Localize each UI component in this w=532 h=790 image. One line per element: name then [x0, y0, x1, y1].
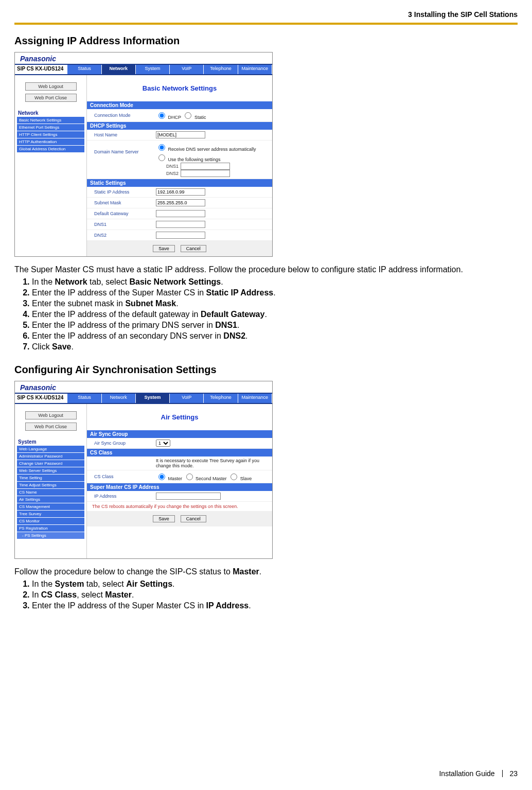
right-panel: Air Settings Air Sync Group Air Sync Gro… [87, 404, 272, 558]
step: In the System tab, select Air Settings. [32, 580, 518, 589]
web-port-close-button[interactable]: Web Port Close [25, 94, 77, 102]
static-row-field[interactable] [156, 232, 205, 239]
tab-voip[interactable]: VoIP [170, 394, 204, 403]
static-row-field[interactable] [156, 199, 205, 206]
sidebar-item[interactable]: Air Settings [17, 496, 84, 503]
tab-status[interactable]: Status [67, 65, 101, 74]
static-row-field[interactable] [156, 221, 205, 228]
section1-intro: The Super Master CS must have a static I… [14, 265, 518, 274]
dns-manual-radio[interactable]: Use the following settings [156, 157, 221, 162]
button-row: Save Cancel [87, 241, 272, 256]
step: Enter the IP address of the Super Master… [32, 288, 518, 297]
sidebar-item[interactable]: Basic Network Settings [17, 117, 84, 124]
step: Enter the IP address of the Super Master… [32, 601, 518, 610]
connection-mode-label: Connection Mode [87, 113, 156, 118]
section2-intro: Follow the procedure below to change the… [14, 567, 518, 576]
section2-title: Configuring Air Synchronisation Settings [14, 364, 518, 376]
slave-radio[interactable]: Slave [228, 476, 252, 481]
dns2-field[interactable] [181, 170, 230, 177]
gold-rule-icon [14, 23, 518, 25]
dhcp-radio[interactable]: DHCP [156, 115, 181, 120]
side-title-system: System [18, 439, 84, 445]
air-sync-group-select[interactable]: 1 [156, 440, 170, 447]
sidebar-item[interactable]: Web Server Settings [17, 467, 84, 474]
cancel-button[interactable]: Cancel [181, 515, 206, 522]
tab-voip[interactable]: VoIP [170, 65, 204, 74]
static-row: DNS1 [87, 219, 272, 230]
static-radio[interactable]: Static [182, 115, 206, 120]
tab-network[interactable]: Network [102, 65, 136, 74]
static-row-label: Default Gateway [87, 211, 156, 216]
static-row-label: Static IP Address [87, 189, 156, 195]
tab-maintenance[interactable]: Maintenance [238, 394, 272, 403]
section-connection-mode: Connection Mode [87, 101, 272, 109]
footer-doc: Installation Guide [439, 769, 494, 778]
host-name-field[interactable] [156, 131, 205, 138]
step: Click Save. [32, 342, 518, 352]
row-air-sync-group: Air Sync Group 1 [87, 438, 272, 449]
tab-maintenance[interactable]: Maintenance [238, 65, 272, 74]
static-row-label: DNS1 [87, 222, 156, 227]
tab-telephone[interactable]: Telephone [204, 394, 238, 403]
second-master-radio[interactable]: Second Master [184, 476, 227, 481]
model-label: SIP CS KX-UDS124 [15, 394, 67, 403]
model-label: SIP CS KX-UDS124 [15, 65, 67, 74]
dns-auto-radio[interactable]: Receive DNS server address automatically [156, 147, 256, 152]
footer-page: 23 [509, 769, 518, 778]
tab-telephone[interactable]: Telephone [204, 65, 238, 74]
save-button[interactable]: Save [153, 515, 175, 522]
sidebar-item[interactable]: Global Address Detection [17, 146, 84, 152]
dns1-field[interactable] [181, 163, 230, 170]
section2-body: Follow the procedure below to change the… [14, 567, 518, 610]
sidebar-item[interactable]: PS Registration [17, 525, 84, 532]
ip-address-field[interactable] [156, 493, 221, 500]
screenshot-air-settings: Panasonic SIP CS KX-UDS124 StatusNetwork… [14, 381, 273, 559]
sidebar-subitem[interactable]: - PS Settings [17, 532, 84, 539]
sidebar-item[interactable]: CS Monitor [17, 518, 84, 524]
side-title-network: Network [18, 110, 84, 116]
section2-steps: In the System tab, select Air Settings.I… [22, 580, 518, 610]
dns1-label: DNS1 [166, 164, 179, 169]
panel-title: Air Settings [87, 404, 272, 430]
static-row-field[interactable] [156, 188, 205, 196]
sidebar-item[interactable]: HTTP Client Settings [17, 131, 84, 138]
section-dhcp-settings: DHCP Settings [87, 122, 272, 130]
static-row-field[interactable] [156, 210, 205, 217]
static-row: Subnet Mask [87, 198, 272, 208]
tab-network[interactable]: Network [102, 394, 136, 403]
sidebar-item[interactable]: CS Management [17, 503, 84, 510]
step: Enter the IP address of the primary DNS … [32, 321, 518, 330]
save-button[interactable]: Save [153, 245, 175, 252]
left-column: Web Logout Web Port Close Network Basic … [15, 75, 87, 256]
sidebar-item[interactable]: Time Setting [17, 475, 84, 481]
sidebar-item[interactable]: Ethernet Port Settings [17, 124, 84, 131]
sidebar-item[interactable]: Tree Survey [17, 511, 84, 517]
reboot-warning: The CS reboots automatically if you chan… [87, 502, 272, 511]
section1-steps: In the Network tab, select Basic Network… [22, 277, 518, 352]
sidebar-item[interactable]: Change User Password [17, 460, 84, 467]
row-cs-class: CS Class Master Second Master Slave [87, 470, 272, 483]
sidebar-item[interactable]: Web Language [17, 446, 84, 452]
web-port-close-button[interactable]: Web Port Close [25, 423, 77, 431]
tab-system[interactable]: System [136, 394, 170, 403]
section-super-master-ip: Super Master CS IP Address [87, 483, 272, 491]
sidebar-item[interactable]: Time Adjust Settings [17, 482, 84, 488]
web-logout-button[interactable]: Web Logout [25, 82, 77, 91]
web-logout-button[interactable]: Web Logout [25, 411, 77, 419]
sidebar-item[interactable]: Administrator Password [17, 453, 84, 460]
air-sync-group-label: Air Sync Group [87, 441, 156, 446]
tab-system[interactable]: System [136, 65, 170, 74]
tab-bar: SIP CS KX-UDS124 StatusNetworkSystemVoIP… [15, 393, 272, 404]
sidebar-item[interactable]: CS Name [17, 489, 84, 496]
section-cs-class: CS Class [87, 449, 272, 457]
master-radio[interactable]: Master [156, 476, 182, 481]
screenshot-network-settings: Panasonic SIP CS KX-UDS124 StatusNetwork… [14, 52, 273, 257]
tab-status[interactable]: Status [67, 394, 101, 403]
section-air-sync-group: Air Sync Group [87, 430, 272, 438]
static-row-label: DNS2 [87, 233, 156, 238]
footer-divider-icon [502, 770, 503, 777]
sidebar-item[interactable]: HTTP Authentication [17, 138, 84, 145]
static-row: Static IP Address [87, 187, 272, 198]
button-row: Save Cancel [87, 511, 272, 526]
cancel-button[interactable]: Cancel [181, 245, 206, 252]
